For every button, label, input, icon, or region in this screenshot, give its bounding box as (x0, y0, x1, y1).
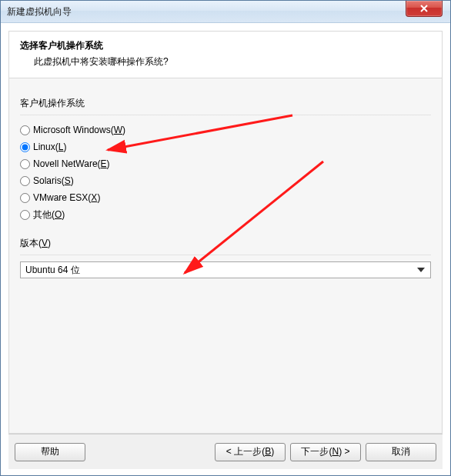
help-button[interactable]: 帮助 (15, 443, 85, 461)
os-radio[interactable] (20, 125, 30, 135)
version-selected: Ubuntu 64 位 (25, 264, 80, 277)
header-title: 选择客户机操作系统 (20, 39, 431, 52)
os-option-label: VMware ESX(X) (33, 192, 100, 203)
os-option-vmware-esx[interactable]: VMware ESX(X) (20, 189, 431, 206)
os-option-novell-netware[interactable]: Novell NetWare(E) (20, 155, 431, 172)
os-radio[interactable] (20, 159, 30, 169)
wizard-header: 选择客户机操作系统 此虚拟机中将安装哪种操作系统? (8, 31, 443, 78)
os-option-linux[interactable]: Linux(L) (20, 138, 431, 155)
os-option-solaris[interactable]: Solaris(S) (20, 172, 431, 189)
os-radio-group: Microsoft Windows(W)Linux(L)Novell NetWa… (20, 121, 431, 223)
os-radio[interactable] (20, 142, 30, 152)
close-button[interactable] (406, 1, 443, 17)
os-radio[interactable] (20, 193, 30, 203)
close-icon (419, 5, 429, 12)
os-radio[interactable] (20, 176, 30, 186)
header-subtitle: 此虚拟机中将安装哪种操作系统? (34, 55, 431, 68)
os-option-label: Novell NetWare(E) (33, 158, 110, 169)
next-button[interactable]: 下一步(N) > (290, 443, 361, 461)
wizard-window: 新建虚拟机向导 选择客户机操作系统 此虚拟机中将安装哪种操作系统? 客户机操作系… (0, 0, 451, 476)
wizard-content: 客户机操作系统 Microsoft Windows(W)Linux(L)Nove… (8, 78, 443, 434)
separator (20, 255, 431, 255)
os-option-label: 其他(O) (33, 208, 65, 221)
titlebar: 新建虚拟机向导 (1, 1, 450, 23)
version-section: 版本(V) Ubuntu 64 位 (20, 237, 431, 278)
os-option-label: Solaris(S) (33, 175, 74, 186)
os-radio[interactable] (20, 210, 30, 220)
separator (20, 115, 431, 115)
os-option-label: Linux(L) (33, 141, 66, 152)
version-label: 版本(V) (20, 237, 431, 250)
os-option-microsoft-windows[interactable]: Microsoft Windows(W) (20, 121, 431, 138)
wizard-footer: 帮助 < 上一步(B) 下一步(N) > 取消 (8, 434, 443, 469)
os-section-label: 客户机操作系统 (20, 97, 431, 110)
cancel-button[interactable]: 取消 (366, 443, 436, 461)
nav-buttons: < 上一步(B) 下一步(N) > 取消 (215, 443, 436, 461)
back-button[interactable]: < 上一步(B) (215, 443, 286, 461)
window-title: 新建虚拟机向导 (7, 5, 72, 18)
os-option-label: Microsoft Windows(W) (33, 125, 125, 135)
os-option--[interactable]: 其他(O) (20, 206, 431, 223)
version-combobox[interactable]: Ubuntu 64 位 (20, 261, 431, 278)
chevron-down-icon (415, 264, 427, 276)
